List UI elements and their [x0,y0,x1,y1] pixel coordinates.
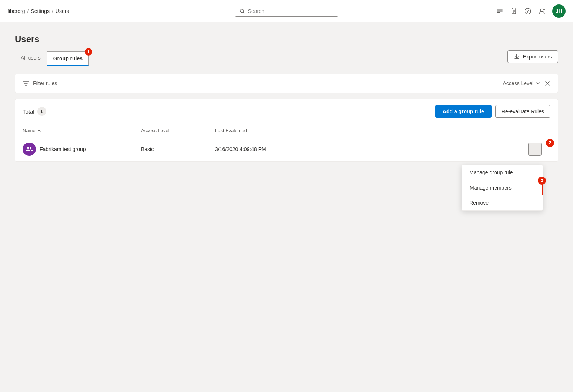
export-users-label: Export users [523,54,552,60]
tabs-row: All users Group rules 1 Export users [15,50,558,66]
step-badge-2: 2 [546,139,554,147]
nav-icons: ? JH [496,4,566,18]
total-badge: Total 1 [23,107,46,116]
help-icon[interactable]: ? [524,7,532,15]
sort-asc-icon [37,128,41,133]
breadcrumb-sep1: / [27,8,29,14]
group-avatar [23,143,36,156]
col-name-label: Name [23,128,36,133]
filter-bar: Filter rules Access Level [15,74,558,93]
table-area: Total 1 Add a group rule Re-evaluate Rul… [15,99,558,162]
svg-rect-5 [497,12,500,13]
topnav: fiberorg / Settings / Users [0,0,573,22]
svg-text:?: ? [526,9,529,14]
clipboard-icon[interactable] [510,7,517,15]
user-settings-icon[interactable] [538,7,546,15]
svg-rect-6 [512,9,516,14]
svg-rect-2 [497,9,503,10]
search-input[interactable] [248,8,334,14]
col-actions [528,128,550,133]
filter-label: Filter rules [33,80,57,86]
row-name-cell: Fabrikam test group [23,143,141,156]
tabs: All users Group rules 1 [15,51,89,66]
group-avatar-icon [26,145,33,153]
tab-group-rules-badge: 1 [85,48,92,56]
breadcrumb-fiberorg[interactable]: fiberorg [7,8,25,14]
filter-left: Filter rules [23,80,57,87]
tab-all-users[interactable]: All users [15,51,47,66]
context-menu-manage-members[interactable]: Manage members 3 [462,180,543,195]
reevaluate-rules-button[interactable]: Re-evaluate Rules [495,105,550,118]
manage-members-label: Manage members [470,185,512,191]
filter-icon [23,80,29,87]
step-badge-3: 3 [538,177,546,185]
col-name: Name [23,128,141,133]
table-column-headers: Name Access Level Last Evaluated [15,124,558,137]
tab-group-rules[interactable]: Group rules 1 [47,51,89,66]
context-menu: Manage group rule Manage members 3 Remov… [462,165,543,211]
list-icon[interactable] [496,7,503,15]
breadcrumb: fiberorg / Settings / Users [7,8,69,14]
context-menu-manage-group-rule[interactable]: Manage group rule [462,165,543,180]
filter-right: Access Level [503,80,550,86]
search-bar[interactable] [235,6,338,17]
svg-rect-7 [513,8,515,9]
svg-line-1 [243,12,244,13]
col-access-level: Access Level [141,128,215,133]
svg-point-13 [541,9,543,11]
row-access-level: Basic [141,146,215,152]
table-actions: Add a group rule Re-evaluate Rules [435,105,550,118]
svg-rect-3 [497,10,503,11]
total-count: 1 [37,107,46,116]
close-icon[interactable] [544,80,550,86]
total-label: Total [23,108,34,115]
access-level-button[interactable]: Access Level [503,80,541,86]
avatar[interactable]: JH [552,4,566,18]
three-dots-wrapper: ⋮ 2 Manage group rule Manage members 3 R… [528,143,550,156]
download-icon [514,54,520,60]
main-content: Users All users Group rules 1 Export use… [0,22,573,174]
table-header-row: Total 1 Add a group rule Re-evaluate Rul… [15,99,558,124]
chevron-down-icon [536,81,541,86]
breadcrumb-settings[interactable]: Settings [31,8,50,14]
page-title: Users [15,34,558,44]
breadcrumb-users[interactable]: Users [56,8,69,14]
breadcrumb-sep2: / [52,8,53,14]
row-last-evaluated: 3/16/2020 4:09:48 PM [215,146,528,152]
svg-rect-4 [497,11,503,12]
access-level-label: Access Level [503,80,533,86]
col-last-evaluated: Last Evaluated [215,128,528,133]
add-group-rule-button[interactable]: Add a group rule [435,105,492,118]
row-group-name: Fabrikam test group [40,146,86,152]
context-menu-remove[interactable]: Remove [462,195,543,210]
search-icon [239,8,245,14]
table-row: Fabrikam test group Basic 3/16/2020 4:09… [15,137,558,161]
export-users-button[interactable]: Export users [507,50,558,63]
three-dots-button[interactable]: ⋮ [528,143,542,156]
